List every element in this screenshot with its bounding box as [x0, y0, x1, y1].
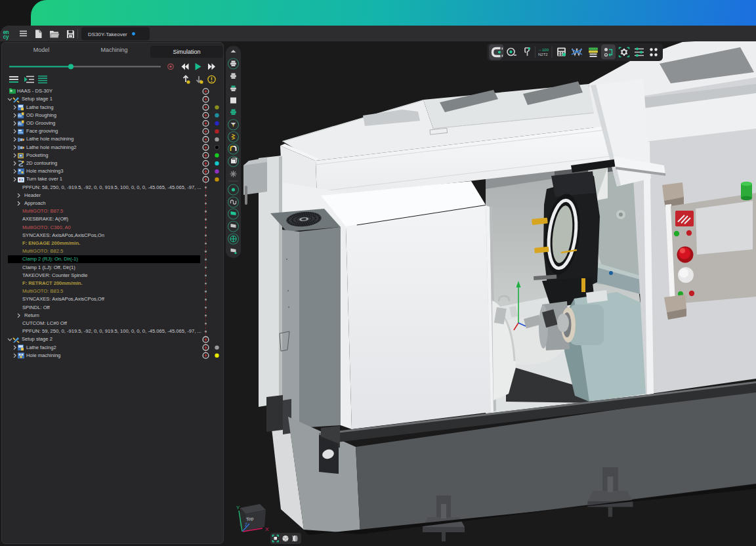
svg-text:cy: cy	[3, 34, 9, 40]
svg-text:→100: →100	[538, 48, 549, 52]
svg-text:DS30Y-Takeover: DS30Y-Takeover	[88, 32, 127, 37]
svg-text:X: X	[265, 526, 269, 532]
svg-text:N2T2: N2T2	[538, 52, 548, 56]
svg-text:Y: Y	[236, 505, 240, 511]
svg-text:Z: Z	[245, 522, 247, 527]
